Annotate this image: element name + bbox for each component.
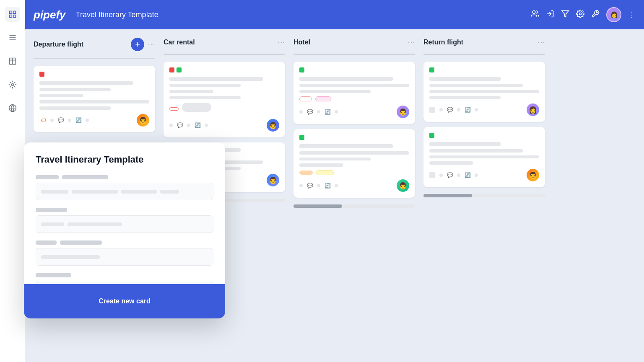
svg-rect-0: [9, 11, 12, 14]
column-header-return: Return flight ⋯: [423, 38, 545, 49]
card-car-1[interactable]: 💬 🔄 👨: [164, 62, 285, 137]
card-departure-1[interactable]: 🏷 💬 🔄 👨: [34, 66, 155, 132]
icon-refresh-hotel2[interactable]: 🔄: [324, 182, 331, 189]
card-badges-hotel2: [299, 170, 409, 175]
column-more-car[interactable]: ⋯: [278, 38, 285, 47]
avatar-image: 👩: [607, 8, 621, 21]
input-skel-1b: [72, 190, 118, 194]
card-skel-1: [39, 81, 133, 85]
column-more-departure[interactable]: ⋯: [148, 40, 155, 49]
tag-green-hotel2: [299, 135, 304, 140]
badge-skel: [182, 103, 211, 112]
top-header: pipefy Travel Itinerary Template: [25, 0, 644, 29]
user-avatar[interactable]: 👩: [606, 7, 621, 22]
card-return-1[interactable]: 💬 🔄 👩: [423, 62, 545, 122]
car1-skel4: [169, 96, 241, 99]
sidebar-item-grid[interactable]: [5, 7, 20, 22]
create-card-button[interactable]: Create new card: [36, 292, 213, 311]
card-icon-comment[interactable]: 💬: [57, 116, 65, 124]
card-icon-label[interactable]: 🏷: [39, 116, 47, 124]
more-options-icon[interactable]: ⋮: [628, 10, 636, 19]
badge-hotel1-1: [299, 96, 312, 101]
dot2-return2: [457, 173, 460, 177]
field-input-1[interactable]: [36, 183, 213, 200]
sidebar-item-globe[interactable]: [5, 101, 20, 116]
column-line-hotel: [293, 54, 415, 55]
settings-icon[interactable]: [576, 10, 584, 20]
card-hotel-1[interactable]: 💬 🔄 👨: [293, 62, 415, 124]
column-title-return: Return flight: [423, 39, 534, 46]
card-icons-car1: 💬 🔄: [169, 122, 208, 129]
users-icon[interactable]: [531, 10, 539, 20]
input-skel-3a: [41, 255, 100, 259]
field-input-2[interactable]: [36, 215, 213, 233]
card-icon-refresh-car1[interactable]: 🔄: [194, 122, 201, 129]
field-label-skel-3b: [60, 240, 102, 245]
field-label-skel-1a: [36, 175, 59, 179]
card-tags-return1: [429, 67, 539, 72]
card-return-2[interactable]: 💬 🔄 👨: [423, 127, 545, 187]
card-icons-return2: 💬 🔄: [429, 171, 478, 179]
return2-skel3: [429, 155, 539, 158]
sidebar-item-table[interactable]: [5, 54, 20, 69]
dot2-hotel2: [317, 184, 320, 187]
column-more-return[interactable]: ⋯: [538, 38, 545, 47]
card-footer-return1: 💬 🔄 👩: [429, 103, 539, 116]
tag-green-hotel1: [299, 67, 304, 72]
card-icon-dot-car1: [169, 124, 173, 127]
wrench-icon[interactable]: [591, 10, 600, 20]
field-label-skel-3a: [36, 240, 57, 245]
dot-return1: [439, 108, 443, 111]
card-tags-hotel2: [299, 135, 409, 140]
signin-icon[interactable]: [546, 10, 554, 20]
column-more-hotel[interactable]: ⋯: [408, 38, 415, 47]
icon-comment-hotel2[interactable]: 💬: [306, 182, 314, 189]
filter-icon[interactable]: [561, 10, 569, 20]
field-group-2: [36, 208, 213, 233]
sidebar: [0, 0, 25, 362]
column-title-departure: Departure flight: [34, 41, 127, 48]
card-icon-dot3-car1: [205, 124, 208, 127]
field-label-row-3: [36, 240, 213, 245]
sidebar-item-list[interactable]: [5, 30, 20, 45]
card-hotel-2[interactable]: 💬 🔄 👨: [293, 129, 415, 198]
tag-green-return1: [429, 67, 434, 72]
dot3-return1: [475, 108, 478, 111]
icon-refresh-return1[interactable]: 🔄: [464, 106, 471, 114]
field-input-3[interactable]: [36, 248, 213, 266]
hotel2-skel4: [299, 163, 343, 167]
svg-point-13: [532, 10, 535, 13]
card-tags-return2: [429, 133, 539, 138]
app-logo: pipefy: [34, 8, 66, 21]
column-header-departure: Departure flight + ⋯: [34, 38, 155, 53]
dot3-hotel2: [335, 184, 338, 187]
icon-comment-return1[interactable]: 💬: [446, 106, 454, 114]
field-label-row-4: [36, 273, 213, 277]
input-skel-1c: [121, 190, 157, 194]
icon-comment-return2[interactable]: 💬: [446, 171, 454, 179]
column-title-car: Car rental: [164, 39, 274, 46]
card-skel-5: [39, 106, 111, 110]
icon-comment-hotel1[interactable]: 💬: [306, 108, 314, 116]
card-icon-refresh[interactable]: 🔄: [75, 116, 82, 124]
svg-rect-1: [13, 11, 16, 14]
input-skel-2a: [41, 222, 64, 226]
input-skel-1a: [41, 190, 68, 194]
hotel2-skel1: [299, 144, 393, 148]
icon-refresh-return2[interactable]: 🔄: [464, 171, 471, 179]
field-label-skel-1b: [62, 175, 108, 179]
input-skel-2b: [68, 222, 122, 226]
card-skel-4: [39, 100, 149, 103]
return1-skel4: [429, 96, 501, 99]
dot3-return2: [475, 173, 478, 177]
hotel2-skel3: [299, 158, 371, 160]
scrollbar-thumb-hotel: [293, 204, 342, 208]
card-icon-comment-car1[interactable]: 💬: [176, 122, 184, 129]
card-badges-hotel1: [299, 96, 409, 101]
dot-hotel2: [299, 184, 303, 187]
modal-title: Travel Itinerary Template: [36, 154, 213, 165]
dot-return2: [439, 173, 443, 177]
sidebar-item-automation[interactable]: [5, 77, 20, 92]
icon-refresh-hotel1[interactable]: 🔄: [324, 108, 331, 116]
add-card-departure-button[interactable]: +: [131, 38, 144, 51]
